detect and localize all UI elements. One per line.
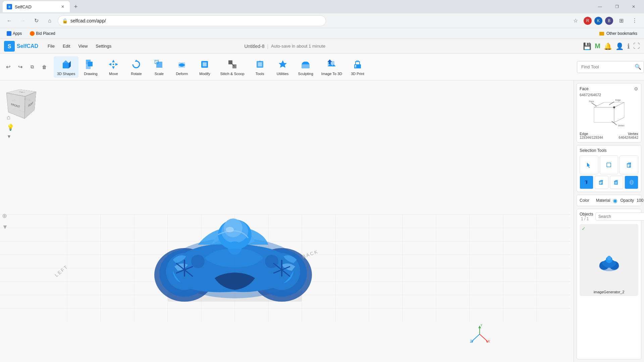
color-material-panel: Color Material ◉ Opacity 100 ▲ ▼ [577,195,641,206]
bookmark-bid-placed[interactable]: Bid Placed [27,31,58,37]
right-panel: Face ⚙ 64672/64672 [574,80,644,362]
url-text: selfcad.com/app/ [70,18,106,23]
svg-marker-13 [115,63,118,66]
fullscreen-icon[interactable]: ⛶ [633,42,640,50]
vertex-label: Vertex [619,132,638,136]
stitch-scoop-icon [226,58,238,70]
tab-favicon: S [7,4,12,9]
find-tool-search-icon[interactable]: 🔍 [635,64,641,70]
help-icon[interactable]: ℹ [627,42,630,50]
svg-text:Edge: Edge [615,99,621,102]
copy-button[interactable]: ⧉ [27,62,38,72]
svg-text:Vertex: Vertex [618,124,625,127]
file-menu[interactable]: File [44,42,59,51]
view-menu[interactable]: View [74,42,92,51]
maximize-button[interactable]: ❐ [609,1,625,12]
select-box-tool[interactable] [600,156,619,174]
profile-k-icon[interactable]: K [594,17,602,25]
settings-menu[interactable]: Settings [92,42,115,51]
back-button[interactable]: ← [4,15,15,26]
face-count: 64672/64672 [580,93,638,97]
extensions-icon[interactable]: ⊞ [616,15,627,26]
select-face-cube[interactable] [610,176,624,189]
mesh-info-panel: Face ⚙ 64672/64672 [577,83,641,142]
home-viewport-icon[interactable]: ⌂ [7,114,14,121]
user-profile-icon[interactable]: 👤 [615,42,624,50]
tool-3d-print[interactable]: 3D Print [347,56,368,78]
new-tab-button[interactable]: + [71,2,80,11]
light-icon[interactable]: 💡 [7,124,14,131]
select-arrow-tool[interactable] [580,156,598,174]
edit-menu[interactable]: Edit [59,42,74,51]
tool-utilities[interactable]: Utilities [272,56,293,78]
compass-icon[interactable]: ⊕ [2,212,8,220]
svg-rect-9 [86,64,91,69]
address-bar[interactable]: 🔒 selfcad.com/app/ [58,15,326,26]
tool-move[interactable]: Move [103,56,124,78]
nav-actions: ☆ R K B ⊞ ⋮ [570,15,640,26]
tool-scale[interactable]: Scale [148,56,170,78]
3d-model [117,141,352,325]
object-card[interactable]: ✓ imageGenerator_2 [580,224,638,296]
tool-modify[interactable]: Modify [194,56,215,78]
svg-text:S: S [8,44,11,49]
profile-b-icon[interactable]: B [605,17,613,25]
svg-point-123 [607,256,611,260]
tool-sculpting[interactable]: Sculpting [295,56,317,78]
tool-tools[interactable]: Tools [249,56,271,78]
forward-button[interactable]: → [17,15,28,26]
bookmark-apps[interactable]: Apps [4,31,24,37]
mesh-settings-gear-icon[interactable]: ⚙ [634,86,638,92]
face-label: Face [580,86,589,91]
cube-right-face: RIGHT [24,92,36,119]
tool-image-to-3d-label: Image To 3D [321,72,342,76]
svg-text:Face: Face [589,100,594,103]
bookmark-star-icon[interactable]: ☆ [570,15,581,26]
tool-drawing[interactable]: Drawing [80,56,101,78]
tab-close-button[interactable]: ✕ [60,4,66,10]
m-icon[interactable]: M [595,42,600,50]
app: S SelfCAD File Edit View Settings Untitl… [0,39,644,362]
object-thumbnail [582,234,636,289]
logo[interactable]: S SelfCAD [4,41,38,52]
select-cube-tool[interactable] [620,156,638,174]
save-icon[interactable]: 💾 [583,42,591,50]
home-button[interactable]: ⌂ [44,15,55,26]
redo-button[interactable]: ↪ [15,62,25,72]
objects-search-input[interactable] [595,213,644,221]
tool-3d-shapes[interactable]: 3D Shapes [54,56,78,78]
select-wireframe-cube[interactable] [595,176,608,189]
svg-marker-96 [614,102,624,122]
tool-stitch-scoop[interactable]: Stitch & Scoop [217,56,248,78]
profile-r-icon[interactable]: R [584,17,592,25]
selfcad-logo-icon: S [4,41,15,52]
select-solid-cube[interactable] [580,176,593,189]
left-viewport-tools: ⊕ ▼ [2,212,8,231]
menu-dots-icon[interactable]: ⋮ [629,15,640,26]
tool-modify-label: Modify [199,72,210,76]
drawing-icon [85,58,97,70]
viewport[interactable]: LEFT BACK FRONT BACK RIGHT LEFT TOP BTM [0,80,574,362]
down-arrow-icon[interactable]: ▼ [7,134,14,139]
active-tab[interactable]: S SelfCAD ✕ [3,1,70,12]
select-sphere[interactable] [625,176,638,189]
tool-deform-label: Deform [176,72,188,76]
minimize-button[interactable]: — [592,1,608,12]
reload-button[interactable]: ↻ [31,15,42,26]
notification-bell-icon[interactable]: 🔔 [604,42,612,50]
close-button[interactable]: ✕ [626,1,641,12]
tool-rotate[interactable]: Rotate [125,56,147,78]
tools-icon [254,58,266,70]
tool-deform[interactable]: Deform [171,56,193,78]
tool-image-to-3d[interactable]: Image To 3D [318,56,345,78]
other-bookmarks[interactable]: Other bookmarks [597,31,640,37]
undo-button[interactable]: ↩ [3,62,13,72]
delete-button[interactable]: 🗑 [39,62,50,72]
zoom-out-icon[interactable]: ▼ [2,224,8,231]
tool-move-label: Move [109,72,118,76]
material-icon[interactable]: ◉ [613,197,618,204]
modify-icon [199,58,211,70]
find-tool-input[interactable] [577,61,644,73]
svg-rect-32 [355,65,356,66]
svg-rect-114 [614,181,618,184]
